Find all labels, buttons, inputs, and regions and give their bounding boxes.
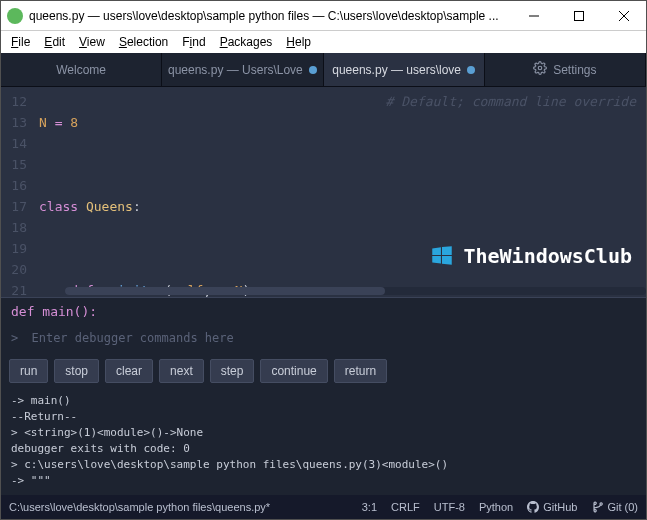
tab-queens-users-love-caps[interactable]: queens.py — Users\Love [162, 53, 323, 86]
close-button[interactable] [601, 1, 646, 30]
minimize-button[interactable] [511, 1, 556, 30]
return-button[interactable]: return [334, 359, 387, 383]
stop-button[interactable]: stop [54, 359, 99, 383]
menu-file[interactable]: File [5, 33, 36, 51]
code-content[interactable]: N = 8 class Queens: def __init__(self, n… [33, 87, 646, 297]
status-line-endings[interactable]: CRLF [391, 501, 420, 513]
line-number: 21 [1, 280, 27, 297]
menu-packages[interactable]: Packages [214, 33, 279, 51]
github-icon [527, 501, 539, 513]
status-git[interactable]: Git (0) [591, 501, 638, 513]
code-token: class [39, 199, 78, 214]
window-title: queens.py — users\love\desktop\sample py… [29, 9, 511, 23]
tab-queens-users-love[interactable]: queens.py — users\love [324, 53, 485, 86]
debugger-prompt: > [11, 331, 18, 345]
menu-view[interactable]: View [73, 33, 111, 51]
tab-welcome[interactable]: Welcome [1, 53, 162, 86]
tab-label: queens.py — Users\Love [168, 63, 303, 77]
status-git-label: Git (0) [607, 501, 638, 513]
status-encoding[interactable]: UTF-8 [434, 501, 465, 513]
line-number: 16 [1, 175, 27, 196]
menu-find[interactable]: Find [176, 33, 211, 51]
line-gutter: 12 13 14 15 16 17 18 19 20 21 [1, 87, 33, 297]
tab-label: Welcome [56, 63, 106, 77]
horizontal-scrollbar[interactable] [65, 287, 646, 295]
step-button[interactable]: step [210, 359, 255, 383]
line-number: 17 [1, 196, 27, 217]
status-github-label: GitHub [543, 501, 577, 513]
svg-rect-1 [574, 11, 583, 20]
debugger-placeholder: Enter debugger commands here [31, 331, 233, 345]
code-comment: # Default; command line override [386, 91, 636, 112]
git-branch-icon [591, 501, 603, 513]
scrollbar-thumb[interactable] [65, 287, 385, 295]
menu-help[interactable]: Help [280, 33, 317, 51]
menu-selection[interactable]: Selection [113, 33, 174, 51]
window-buttons [511, 1, 646, 30]
line-number: 14 [1, 133, 27, 154]
titlebar: queens.py — users\love\desktop\sample py… [1, 1, 646, 31]
modified-dot-icon [467, 66, 475, 74]
line-number: 19 [1, 238, 27, 259]
line-number: 13 [1, 112, 27, 133]
tabbar: Welcome queens.py — Users\Love queens.py… [1, 53, 646, 87]
line-number: 12 [1, 91, 27, 112]
menubar: File Edit View Selection Find Packages H… [1, 31, 646, 53]
menu-edit[interactable]: Edit [38, 33, 71, 51]
modified-dot-icon [309, 66, 317, 74]
app-icon [7, 8, 23, 24]
code-token: = [47, 115, 70, 130]
watermark: TheWindowsClub [429, 243, 632, 269]
watermark-text: TheWindowsClub [463, 246, 632, 267]
code-token: N [39, 115, 47, 130]
status-github[interactable]: GitHub [527, 501, 577, 513]
line-number: 20 [1, 259, 27, 280]
continue-button[interactable]: continue [260, 359, 327, 383]
status-path[interactable]: C:\users\love\desktop\sample python file… [9, 501, 270, 513]
debugger-context: def main(): [1, 297, 646, 325]
debugger-console[interactable]: -> main() --Return-- > <string>(1)<modul… [1, 391, 646, 495]
code-token: 8 [70, 115, 78, 130]
windows-logo-icon [429, 243, 455, 269]
clear-button[interactable]: clear [105, 359, 153, 383]
run-button[interactable]: run [9, 359, 48, 383]
tab-settings[interactable]: Settings [485, 53, 646, 86]
line-number: 18 [1, 217, 27, 238]
code-editor[interactable]: 12 13 14 15 16 17 18 19 20 21 N = 8 clas… [1, 87, 646, 297]
app-window: queens.py — users\love\desktop\sample py… [0, 0, 647, 520]
statusbar: C:\users\love\desktop\sample python file… [1, 495, 646, 519]
code-token: : [133, 199, 141, 214]
debugger-toolbar: run stop clear next step continue return [1, 355, 646, 391]
debugger-context-text: def main(): [11, 304, 97, 319]
tab-label: Settings [553, 63, 596, 77]
debugger-input-row[interactable]: > Enter debugger commands here [1, 325, 646, 355]
status-language[interactable]: Python [479, 501, 513, 513]
line-number: 15 [1, 154, 27, 175]
maximize-button[interactable] [556, 1, 601, 30]
code-token: Queens [86, 199, 133, 214]
next-button[interactable]: next [159, 359, 204, 383]
tab-label: queens.py — users\love [332, 63, 461, 77]
gear-icon [533, 61, 547, 78]
status-cursor[interactable]: 3:1 [362, 501, 377, 513]
svg-point-4 [538, 66, 542, 70]
